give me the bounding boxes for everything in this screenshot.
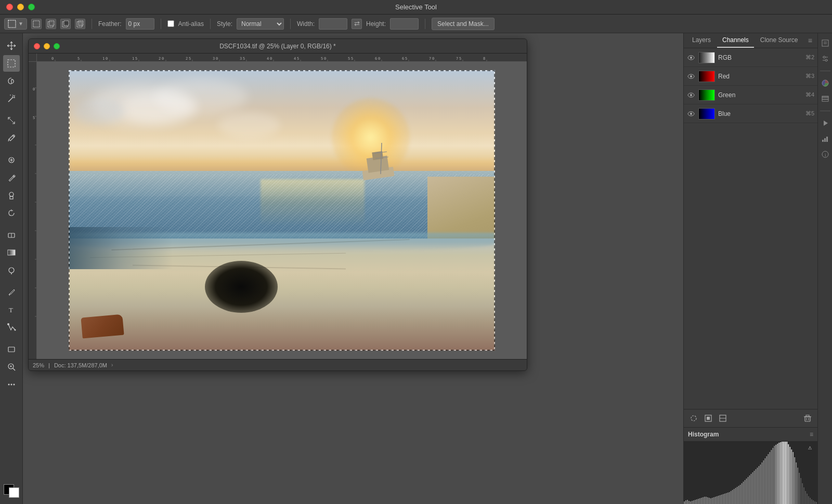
timeline-icon[interactable] <box>820 117 831 129</box>
tool-select-button[interactable]: ▼ <box>4 18 27 30</box>
tool-marquee[interactable] <box>3 55 20 72</box>
svg-rect-137 <box>698 499 699 504</box>
tool-eyedropper[interactable] <box>3 130 20 147</box>
svg-point-33 <box>7 323 9 325</box>
svg-text:5: 5 <box>189 57 191 61</box>
window-traffic-lights <box>34 43 60 49</box>
window-maximize[interactable] <box>54 43 60 49</box>
maximize-button[interactable] <box>28 4 35 10</box>
minimize-button[interactable] <box>17 4 24 10</box>
svg-rect-169 <box>748 477 749 504</box>
svg-line-14 <box>12 95 13 95</box>
svg-rect-158 <box>731 491 732 504</box>
tool-path-select[interactable] <box>3 319 20 336</box>
svg-point-42 <box>13 384 15 386</box>
status-arrow[interactable]: › <box>111 362 113 368</box>
channel-row-blue[interactable]: Blue ⌘5 <box>684 104 817 123</box>
svg-text:0: 0 <box>378 57 380 61</box>
tool-gradient[interactable] <box>3 244 20 261</box>
channel-row-red[interactable]: Red ⌘3 <box>684 67 817 86</box>
channels-list: RGB ⌘2 Red ⌘3 Green ⌘4 <box>684 48 817 409</box>
tool-shape[interactable] <box>3 341 20 357</box>
swap-icon[interactable]: ⇄ <box>352 19 362 29</box>
height-input[interactable] <box>390 18 419 30</box>
width-input[interactable] <box>319 18 347 30</box>
svg-rect-174 <box>755 469 756 504</box>
tool-more[interactable] <box>3 376 20 393</box>
add-selection-icon[interactable] <box>46 19 56 29</box>
tool-history[interactable] <box>3 205 20 221</box>
save-selection-icon[interactable] <box>703 413 714 424</box>
channel-row-green[interactable]: Green ⌘4 <box>684 86 817 104</box>
info-icon[interactable]: i <box>820 149 831 160</box>
svg-rect-208 <box>808 496 809 504</box>
load-selection-icon[interactable] <box>688 413 699 424</box>
color-icon[interactable] <box>820 77 831 89</box>
tool-magic-wand[interactable] <box>3 90 20 107</box>
intersect-selection-icon[interactable] <box>75 19 85 29</box>
eye-icon-green[interactable] <box>687 91 695 99</box>
window-minimize[interactable] <box>44 43 50 49</box>
tool-heal[interactable] <box>3 152 20 168</box>
histogram-rs-icon[interactable] <box>820 133 831 144</box>
tab-layers[interactable]: Layers <box>687 33 716 48</box>
tool-dodge[interactable] <box>3 262 20 278</box>
tool-pen[interactable] <box>3 284 20 300</box>
layers-rs-icon[interactable] <box>820 93 831 104</box>
new-selection-icon[interactable] <box>31 19 42 29</box>
eye-icon-red[interactable] <box>687 72 695 81</box>
anti-alias-checkbox[interactable] <box>167 20 174 27</box>
tool-eraser[interactable] <box>3 227 20 243</box>
svg-rect-149 <box>717 496 718 504</box>
tool-crop[interactable] <box>3 112 20 129</box>
doc-info: Doc: 137,5M/287,0M <box>54 362 107 368</box>
close-button[interactable] <box>6 4 13 10</box>
svg-point-34 <box>14 329 16 331</box>
merge-channel-icon[interactable] <box>717 413 729 424</box>
tool-type[interactable]: T <box>3 301 20 318</box>
adjustments-icon[interactable] <box>820 53 831 64</box>
svg-text:3: 3 <box>213 57 215 61</box>
svg-text:T: T <box>9 306 13 314</box>
eye-icon-rgb[interactable] <box>687 54 695 62</box>
svg-rect-212 <box>814 501 815 504</box>
channel-thumb-green <box>698 89 715 101</box>
svg-rect-138 <box>699 498 700 504</box>
eye-icon-blue[interactable] <box>687 110 695 118</box>
svg-text:0: 0 <box>324 57 326 61</box>
svg-point-113 <box>690 75 692 77</box>
channel-shortcut-rgb: ⌘2 <box>805 54 814 61</box>
tool-brush[interactable] <box>3 169 20 186</box>
svg-rect-135 <box>695 500 696 504</box>
panel-collapse-icon[interactable]: ≡ <box>806 34 814 47</box>
histogram-canvas: ⚠ <box>684 442 817 504</box>
style-select[interactable]: Normal Fixed Ratio Fixed Size <box>237 18 284 30</box>
svg-text:0: 0 <box>270 57 272 61</box>
tool-move[interactable] <box>3 37 20 54</box>
tool-zoom[interactable] <box>3 359 20 375</box>
svg-text:1: 1 <box>132 57 134 61</box>
delete-channel-icon[interactable] <box>802 413 813 424</box>
tool-lasso[interactable] <box>3 73 20 89</box>
window-close[interactable] <box>34 43 40 49</box>
properties-icon[interactable] <box>820 37 831 49</box>
tab-clone-source[interactable]: Clone Source <box>755 33 803 48</box>
channel-name-blue: Blue <box>718 110 802 117</box>
tool-stamp[interactable] <box>3 187 20 204</box>
subtract-selection-icon[interactable] <box>60 19 71 29</box>
svg-rect-136 <box>696 499 697 504</box>
channel-row-rgb[interactable]: RGB ⌘2 <box>684 48 817 67</box>
svg-rect-0 <box>8 20 16 28</box>
tab-channels[interactable]: Channels <box>717 33 754 48</box>
background-color[interactable] <box>9 487 19 498</box>
histogram-collapse-icon[interactable]: ≡ <box>810 431 813 438</box>
select-mask-button[interactable]: Select and Mask... <box>432 18 495 30</box>
svg-rect-186 <box>774 446 775 504</box>
canvas-view[interactable]: @keyframes marchingAnts { 0% { stroke-da… <box>37 62 527 359</box>
feather-input[interactable] <box>126 18 154 30</box>
svg-rect-228 <box>824 138 826 142</box>
svg-rect-171 <box>751 474 752 504</box>
svg-rect-152 <box>721 495 722 504</box>
svg-rect-146 <box>712 498 713 504</box>
svg-rect-211 <box>813 500 814 504</box>
